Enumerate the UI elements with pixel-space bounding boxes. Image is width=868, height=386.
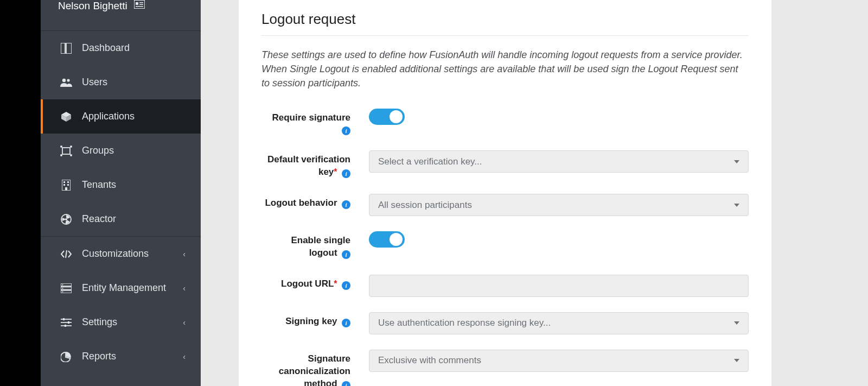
select-logout-behavior[interactable]: All session participants — [369, 194, 749, 216]
info-icon[interactable]: i — [342, 381, 350, 386]
label-default-verification-key: Default verification key — [267, 154, 350, 177]
svg-rect-15 — [63, 181, 65, 183]
sidebar-item-entity-management[interactable]: Entity Management ‹ — [41, 271, 201, 305]
sidebar-item-dashboard[interactable]: Dashboard — [41, 31, 201, 65]
sidebar-item-label: Customizations — [82, 248, 183, 260]
sidebar-item-label: Reactor — [82, 213, 186, 225]
svg-rect-6 — [66, 43, 72, 54]
chevron-left-icon: ‹ — [183, 318, 186, 327]
dashboard-icon — [60, 42, 72, 54]
sidebar-item-settings[interactable]: Settings ‹ — [41, 305, 201, 339]
select-signature-canonicalization-method[interactable]: Exclusive with comments — [369, 350, 749, 372]
required-marker: * — [334, 279, 337, 288]
select-signing-key[interactable]: Use authentication response signing key.… — [369, 312, 749, 334]
svg-rect-18 — [67, 184, 69, 186]
content-panel: Logout request These settings are used t… — [239, 0, 771, 386]
svg-point-25 — [62, 284, 63, 285]
svg-point-27 — [62, 291, 63, 292]
reactor-icon — [60, 213, 72, 225]
sidebar-item-label: Groups — [82, 145, 186, 156]
sidebar-item-customizations[interactable]: Customizations ‹ — [41, 237, 201, 271]
toggle-require-signature[interactable] — [369, 109, 405, 125]
users-icon — [60, 77, 72, 88]
row-enable-single-logout: Enable single logout i — [261, 231, 749, 260]
info-icon[interactable]: i — [342, 281, 350, 290]
sidebar-item-users[interactable]: Users — [41, 65, 201, 99]
label-require-signature: Require signature — [272, 112, 350, 123]
sidebar-item-label: Settings — [82, 317, 183, 328]
sidebar-item-reactor[interactable]: Reactor — [41, 202, 201, 236]
pie-chart-icon — [60, 351, 72, 363]
sliders-icon — [60, 317, 72, 328]
svg-point-7 — [62, 78, 66, 81]
svg-rect-3 — [139, 4, 143, 5]
info-icon[interactable]: i — [342, 169, 350, 178]
sidebar: Nelson Bighetti Dashboard Users Applicat… — [41, 0, 201, 386]
chevron-down-icon — [734, 359, 739, 362]
chevron-left-icon: ‹ — [183, 352, 186, 361]
svg-point-12 — [60, 154, 62, 156]
code-icon — [60, 248, 72, 260]
label-logout-url: Logout URL — [281, 279, 334, 289]
row-logout-url: Logout URL* i — [261, 275, 749, 297]
sidebar-item-groups[interactable]: Groups — [41, 134, 201, 168]
id-card-icon — [134, 0, 145, 9]
svg-rect-5 — [61, 43, 65, 54]
svg-point-13 — [70, 154, 72, 156]
svg-rect-1 — [136, 2, 138, 5]
svg-point-8 — [67, 79, 69, 81]
chevron-down-icon — [734, 204, 739, 207]
select-value: Use authentication response signing key.… — [378, 318, 551, 328]
chevron-down-icon — [734, 321, 739, 325]
sidebar-item-label: Users — [82, 77, 186, 88]
sidebar-item-reports[interactable]: Reports ‹ — [41, 339, 201, 374]
svg-rect-2 — [139, 2, 143, 3]
groups-icon — [60, 145, 72, 157]
row-default-verification-key: Default verification key* i Select a ver… — [261, 150, 749, 179]
info-icon[interactable]: i — [342, 319, 350, 327]
svg-point-11 — [70, 145, 72, 148]
chevron-down-icon — [734, 160, 739, 163]
sidebar-item-label: Entity Management — [82, 282, 183, 294]
row-require-signature: Require signature i — [261, 109, 749, 135]
username: Nelson Bighetti — [58, 0, 127, 12]
svg-rect-16 — [67, 181, 69, 183]
svg-rect-33 — [65, 325, 66, 327]
sidebar-item-label: Tenants — [82, 179, 186, 191]
row-logout-behavior: Logout behavior i All session participan… — [261, 194, 749, 216]
svg-rect-32 — [68, 321, 69, 324]
info-icon[interactable]: i — [342, 250, 350, 259]
sidebar-item-tenants[interactable]: Tenants — [41, 168, 201, 202]
info-icon[interactable]: i — [342, 126, 350, 135]
info-icon[interactable]: i — [342, 200, 350, 209]
building-icon — [60, 179, 72, 191]
section-description: These settings are used to define how Fu… — [261, 48, 749, 90]
sidebar-item-label: Reports — [82, 351, 183, 362]
row-signing-key: Signing key i Use authentication respons… — [261, 312, 749, 334]
toggle-enable-single-logout[interactable] — [369, 231, 405, 248]
label-signing-key: Signing key — [285, 316, 337, 326]
input-logout-url[interactable] — [369, 275, 749, 297]
svg-point-26 — [62, 288, 63, 289]
svg-rect-9 — [62, 148, 70, 154]
svg-point-10 — [60, 145, 62, 148]
chevron-left-icon: ‹ — [183, 250, 186, 258]
sidebar-item-label: Applications — [82, 111, 186, 122]
sidebar-item-label: Dashboard — [82, 42, 186, 54]
sidebar-user[interactable]: Nelson Bighetti — [41, 0, 201, 30]
section-title: Logout request — [261, 11, 749, 36]
sidebar-item-applications[interactable]: Applications — [41, 99, 201, 134]
cube-icon — [60, 111, 72, 123]
svg-rect-19 — [65, 187, 67, 191]
select-value: Select a verification key... — [378, 156, 482, 167]
label-signature-canonicalization-method: Signature canonicalization method — [279, 353, 350, 386]
row-signature-canonicalization-method: Signature canonicalization method i Excl… — [261, 350, 749, 386]
chevron-left-icon: ‹ — [183, 284, 186, 293]
svg-rect-31 — [63, 318, 65, 320]
required-marker: * — [334, 167, 337, 176]
svg-rect-17 — [63, 184, 65, 186]
svg-point-21 — [65, 218, 67, 220]
select-default-verification-key[interactable]: Select a verification key... — [369, 150, 749, 173]
nav: Dashboard Users Applications Groups Tena… — [41, 31, 201, 374]
server-icon — [60, 282, 72, 294]
